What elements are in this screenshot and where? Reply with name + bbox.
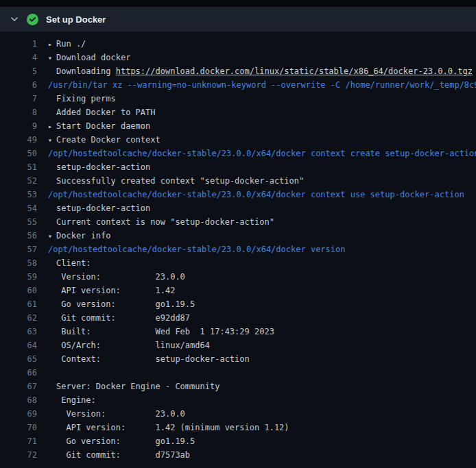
log-line-content [48,366,56,380]
log-row: 65 Context: setup-docker-action [0,352,476,366]
expand-toggle-icon[interactable]: ▸ [48,38,56,51]
line-number[interactable]: 69 [0,407,37,421]
line-number[interactable]: 59 [0,270,37,284]
collapse-toggle-icon[interactable]: ▾ [48,51,56,64]
log-line-content: Server: Docker Engine - Community [48,380,219,393]
collapse-toggle-icon[interactable]: ▾ [48,134,56,147]
line-number[interactable]: 6 [0,78,37,92]
line-number[interactable]: 7 [0,92,37,106]
log-line-content: ▸Run ./ [48,37,86,51]
log-line-content: Go version: go1.19.5 [48,297,195,311]
log-command-text: /opt/hostedtoolcache/docker-stable/23.0.… [48,245,345,254]
log-group-row[interactable]: 4▾Download docker [0,51,476,64]
log-text: Successfully created context "setup-dock… [56,176,304,186]
log-row: 66 [0,366,476,380]
line-number[interactable]: 68 [0,393,37,407]
line-number[interactable]: 71 [0,434,37,448]
line-number[interactable]: 65 [0,352,37,366]
line-number[interactable]: 4 [0,51,37,64]
log-line-content: ▾Create Docker context [48,133,160,147]
log-lines-container: 1▸Run ./4▾Download docker5Downloading ht… [0,32,476,468]
line-number[interactable]: 60 [0,284,37,297]
chevron-down-icon[interactable] [10,14,19,24]
log-text: Version: 23.0.0 [56,409,185,419]
log-row: 70 API version: 1.42 (minimum version 1.… [0,421,476,434]
workflow-log-panel: Set up Docker 1▸Run ./4▾Download docker5… [0,0,476,468]
line-number[interactable]: 58 [0,256,37,270]
log-row: 5Downloading https://download.docker.com… [0,64,476,78]
line-number[interactable]: 70 [0,421,37,434]
step-header[interactable]: Set up Docker [0,7,476,32]
log-row: 67Server: Docker Engine - Community [0,380,476,393]
line-number[interactable]: 56 [0,229,37,243]
log-text: API version: 1.42 (minimum version 1.12) [56,423,289,432]
log-line-content: Git commit: e92dd87 [48,311,190,325]
log-text: Client: [56,258,91,268]
log-text: Go version: go1.19.5 [56,299,195,309]
log-text: Download docker [56,53,130,62]
log-line-content: /usr/bin/tar xz --warning=no-unknown-key… [48,78,476,92]
log-row: 55Current context is now "setup-docker-a… [0,215,476,229]
log-row: 6/usr/bin/tar xz --warning=no-unknown-ke… [0,78,476,92]
log-text: Current context is now "setup-docker-act… [56,217,274,227]
line-number[interactable]: 54 [0,201,37,215]
line-number[interactable]: 49 [0,133,37,147]
log-line-content: Version: 23.0.0 [48,407,185,421]
line-number[interactable]: 53 [0,188,37,201]
log-text: Context: setup-docker-action [56,354,250,364]
log-line-content: setup-docker-action [48,160,150,174]
log-line-content: API version: 1.42 (minimum version 1.12) [48,421,289,434]
log-row: 62 Git commit: e92dd87 [0,311,476,325]
line-number[interactable]: 61 [0,297,37,311]
line-number[interactable]: 62 [0,311,37,325]
line-number[interactable]: 9 [0,119,37,133]
log-line-content: API version: 1.42 [48,284,175,297]
line-number[interactable]: 66 [0,366,37,380]
log-text: Create Docker context [56,135,160,145]
line-number[interactable]: 67 [0,380,37,393]
log-text: Server: Docker Engine - Community [56,382,219,391]
log-row: 71 Go version: go1.19.5 [0,434,476,448]
line-number[interactable]: 1 [0,37,37,51]
line-number[interactable]: 50 [0,147,37,160]
line-number[interactable]: 55 [0,215,37,229]
log-line-content: /opt/hostedtoolcache/docker-stable/23.0.… [48,147,476,160]
expand-toggle-icon[interactable]: ▸ [48,120,56,133]
log-text: Go version: go1.19.5 [56,436,195,446]
log-command-text: /opt/hostedtoolcache/docker-stable/23.0.… [48,149,476,158]
line-number[interactable]: 64 [0,338,37,352]
log-text: Built: Wed Feb 1 17:43:29 2023 [56,327,274,336]
log-line-content: ▾Docker info [48,229,110,243]
log-row: 53/opt/hostedtoolcache/docker-stable/23.… [0,188,476,201]
line-number[interactable]: 63 [0,325,37,338]
log-text: API version: 1.42 [56,286,175,295]
log-url-link[interactable]: https://download.docker.com/linux/static… [116,66,473,76]
line-number[interactable]: 8 [0,106,37,119]
log-line-content: Downloading https://download.docker.com/… [48,64,473,78]
log-group-row[interactable]: 49▾Create Docker context [0,133,476,147]
log-row: 52Successfully created context "setup-do… [0,174,476,188]
log-row: 64 OS/Arch: linux/amd64 [0,338,476,352]
log-row: 58Client: [0,256,476,270]
collapse-toggle-icon[interactable]: ▾ [48,230,56,243]
line-number[interactable]: 5 [0,64,37,78]
log-line-content: Engine: [48,393,96,407]
line-number[interactable]: 52 [0,174,37,188]
log-line-content: Client: [48,256,91,270]
log-group-row[interactable]: 1▸Run ./ [0,37,476,51]
log-group-row[interactable]: 9▸Start Docker daemon [0,119,476,133]
log-text: setup-docker-action [56,204,150,213]
log-line-content: ▸Start Docker daemon [48,119,150,133]
log-text: setup-docker-action [56,162,150,172]
line-number[interactable]: 51 [0,160,37,174]
log-text: Engine: [56,395,96,405]
log-line-content: Go version: go1.19.5 [48,434,195,448]
log-line-content: Built: Wed Feb 1 17:43:29 2023 [48,325,274,338]
line-number[interactable]: 72 [0,448,37,462]
log-line-content: /opt/hostedtoolcache/docker-stable/23.0.… [48,243,345,256]
line-number[interactable]: 57 [0,243,37,256]
log-command-text: /opt/hostedtoolcache/docker-stable/23.0.… [48,190,464,199]
log-text: Start Docker daemon [56,121,150,131]
log-group-row[interactable]: 56▾Docker info [0,229,476,243]
log-line-content: /opt/hostedtoolcache/docker-stable/23.0.… [48,188,464,201]
